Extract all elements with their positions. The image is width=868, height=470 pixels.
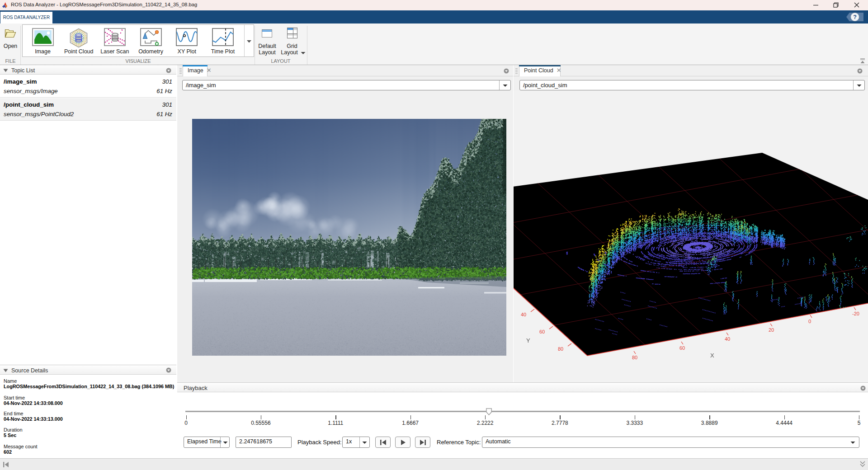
svg-text:?: ? <box>853 14 857 20</box>
